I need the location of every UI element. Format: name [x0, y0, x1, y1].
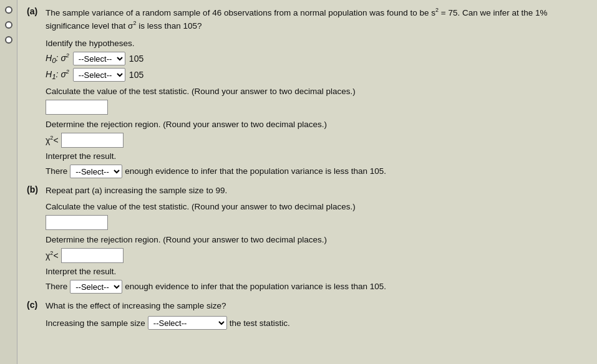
rejection-label-b: Determine the rejection region. (Round y… — [46, 235, 585, 244]
part-c-label: (c) — [27, 300, 41, 310]
part-c-body: Increasing the sample size --Select-- in… — [46, 316, 585, 330]
part-a-label: (a) — [27, 6, 41, 16]
calc-label-b: Calculate the value of the test statisti… — [46, 202, 585, 211]
enough-evidence-b: enough evidence to infer that the popula… — [125, 282, 386, 291]
h1-select[interactable]: --Select-- < > = ≠ ≤ ≥ — [73, 68, 125, 82]
interpret-label-a: Interpret the result. — [46, 151, 585, 161]
test-statistic-input-a[interactable] — [46, 100, 108, 115]
radio-3[interactable] — [5, 36, 12, 44]
rejection-input-b[interactable] — [61, 248, 124, 263]
main-content: (a) The sample variance of a random samp… — [17, 0, 597, 364]
test-statistic-input-b[interactable] — [46, 215, 108, 230]
h0-row: H0: σ2 --Select-- < > = ≠ ≤ ≥ 105 — [46, 52, 585, 65]
test-statistic-label: the test statistic. — [230, 318, 290, 328]
interpret-row-b: There --Select-- is is not enough eviden… — [46, 280, 585, 294]
part-b-question: Repeat part (a) increasing the sample si… — [46, 184, 227, 197]
part-c-question: What is the effect of increasing the sam… — [46, 300, 226, 312]
rejection-row-b: χ2< — [46, 248, 585, 263]
part-c-row: Increasing the sample size --Select-- in… — [46, 316, 585, 330]
chi-prefix-a: χ2< — [46, 135, 59, 145]
left-sidebar — [0, 0, 17, 364]
interpret-select-b[interactable]: --Select-- is is not — [70, 280, 122, 294]
increasing-prefix: Increasing the sample size — [46, 318, 145, 328]
h1-row: H1: σ2 --Select-- < > = ≠ ≤ ≥ 105 — [46, 68, 585, 82]
part-b-label: (b) — [27, 184, 41, 194]
interpret-row-a: There --Select-- is is not enough eviden… — [46, 165, 585, 178]
h0-label: H0: σ2 — [46, 52, 69, 64]
radio-1[interactable] — [5, 6, 12, 14]
h1-label: H1: σ2 — [46, 69, 69, 80]
calc-label-a: Calculate the value of the test statisti… — [46, 87, 585, 96]
there-label-a: There — [46, 166, 67, 176]
enough-evidence-a: enough evidence to infer that the popula… — [125, 166, 386, 176]
h0-select[interactable]: --Select-- < > = ≠ ≤ ≥ — [73, 52, 125, 65]
there-label-b: There — [46, 282, 67, 291]
identify-hypotheses-label: Identify the hypotheses. — [46, 39, 585, 48]
h0-value: 105 — [129, 54, 143, 64]
interpret-select-a[interactable]: --Select-- is is not — [70, 165, 122, 178]
rejection-label-a: Determine the rejection region. (Round y… — [46, 120, 585, 129]
part-c-header: (c) What is the effect of increasing the… — [27, 300, 585, 312]
part-a-header: (a) The sample variance of a random samp… — [27, 6, 585, 32]
radio-2[interactable] — [5, 21, 12, 29]
part-b-header: (b) Repeat part (a) increasing the sampl… — [27, 184, 585, 197]
rejection-input-a[interactable] — [61, 133, 124, 148]
rejection-row-a: χ2< — [46, 133, 585, 148]
part-a-body: Identify the hypotheses. H0: σ2 --Select… — [46, 39, 585, 178]
interpret-label-b: Interpret the result. — [46, 267, 585, 276]
chi-prefix-b: χ2< — [46, 250, 59, 261]
part-b-body: Calculate the value of the test statisti… — [46, 202, 585, 294]
h1-value: 105 — [129, 70, 143, 80]
part-a-question: The sample variance of a random sample o… — [46, 6, 585, 32]
part-c-select[interactable]: --Select-- increases decreases does not … — [148, 316, 227, 330]
